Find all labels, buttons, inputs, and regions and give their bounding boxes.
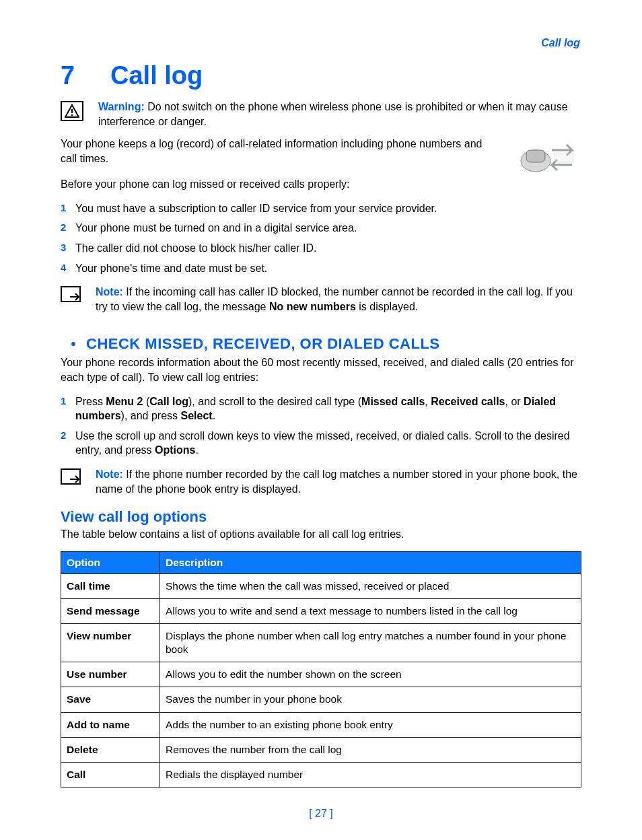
list-item-text: Your phone's time and date must be set.: [75, 261, 581, 276]
section-intro: Your phone records information about the…: [61, 355, 581, 384]
table-row: CallRedials the displayed number: [61, 762, 581, 787]
table-row: Use numberAllows you to edit the number …: [61, 662, 581, 687]
table-row: View numberDisplays the phone number whe…: [61, 623, 581, 662]
intro-paragraph: Your phone keeps a log (record) of call-…: [61, 137, 581, 166]
note-label: Note:: [96, 286, 123, 298]
option-description: Redials the displayed number: [160, 762, 581, 787]
warning-icon: [61, 101, 83, 121]
bullet-icon: •: [61, 335, 86, 353]
svg-point-2: [71, 114, 73, 116]
precondition-paragraph: Before your phone can log missed or rece…: [61, 177, 581, 192]
precondition-list: 1You must have a subscription to caller …: [61, 201, 581, 275]
steps-list: 1 Press Menu 2 (Call log), and scroll to…: [61, 394, 581, 458]
option-description: Removes the number from the call log: [160, 737, 581, 762]
chapter-number: 7: [61, 61, 110, 90]
table-row: SaveSaves the number in your phone book: [61, 687, 581, 712]
note-bold: No new numbers: [269, 301, 356, 312]
option-description: Saves the number in your phone book: [160, 687, 581, 712]
option-description: Allows you to write and send a text mess…: [160, 598, 581, 623]
subsection-title: View call log options: [61, 508, 581, 526]
subsection-intro: The table below contains a list of optio…: [61, 527, 581, 542]
list-number: 1: [61, 394, 75, 408]
table-row: DeleteRemoves the number from the call l…: [61, 737, 581, 762]
svg-rect-4: [526, 150, 545, 162]
option-description: Displays the phone number when call log …: [160, 623, 581, 662]
svg-marker-5: [555, 153, 573, 162]
step-text: Use the scroll up and scroll down keys t…: [75, 429, 581, 458]
list-number: 3: [61, 241, 75, 254]
warning-label: Warning:: [98, 101, 145, 112]
phone-illustration: [507, 138, 581, 177]
note-icon: [61, 468, 82, 485]
option-name: View number: [61, 623, 160, 662]
option-description: Allows you to edit the number shown on t…: [160, 662, 581, 687]
warning-text: Do not switch on the phone when wireless…: [98, 101, 568, 127]
list-item-text: The caller did not choose to block his/h…: [75, 241, 581, 256]
list-number: 2: [61, 429, 75, 442]
section-title: CHECK MISSED, RECEIVED, OR DIALED CALLS: [86, 335, 440, 353]
table-row: Send messageAllows you to write and send…: [61, 598, 581, 623]
page-number: [ 27 ]: [0, 808, 642, 820]
list-item-text: Your phone must be turned on and in a di…: [75, 221, 581, 236]
option-description: Adds the number to an existing phone boo…: [160, 712, 581, 737]
options-table: Option Description Call timeShows the ti…: [61, 551, 581, 788]
section-heading: • CHECK MISSED, RECEIVED, OR DIALED CALL…: [61, 335, 581, 353]
table-row: Call timeShows the time when the call wa…: [61, 573, 581, 598]
option-name: Call time: [61, 573, 160, 598]
option-name: Use number: [61, 662, 160, 687]
table-header-description: Description: [160, 551, 581, 573]
option-name: Add to name: [61, 712, 160, 737]
table-row: Add to nameAdds the number to an existin…: [61, 712, 581, 737]
warning-block: Warning: Do not switch on the phone when…: [61, 100, 581, 129]
list-number: 2: [61, 221, 75, 234]
chapter-title: Call log: [110, 61, 203, 90]
option-description: Shows the time when the call was missed,…: [160, 573, 581, 598]
list-item-text: You must have a subscription to caller I…: [75, 201, 581, 216]
note-text-part: is displayed.: [356, 301, 419, 312]
note-text: If the phone number recorded by the call…: [96, 468, 577, 495]
step-text: Press Menu 2 (Call log), and scroll to t…: [75, 394, 581, 423]
list-number: 1: [61, 201, 75, 215]
option-name: Save: [61, 687, 160, 712]
note-block: Note: If the phone number recorded by th…: [61, 467, 581, 496]
note-icon: [61, 286, 82, 302]
option-name: Delete: [61, 737, 160, 762]
table-header-option: Option: [61, 551, 160, 573]
option-name: Call: [61, 762, 160, 787]
list-number: 4: [61, 261, 75, 275]
option-name: Send message: [61, 598, 160, 623]
running-head: Call log: [61, 37, 580, 49]
note-label: Note:: [96, 468, 123, 480]
chapter-heading: 7 Call log: [61, 61, 581, 90]
note-block: Note: If the incoming call has caller ID…: [61, 285, 581, 314]
